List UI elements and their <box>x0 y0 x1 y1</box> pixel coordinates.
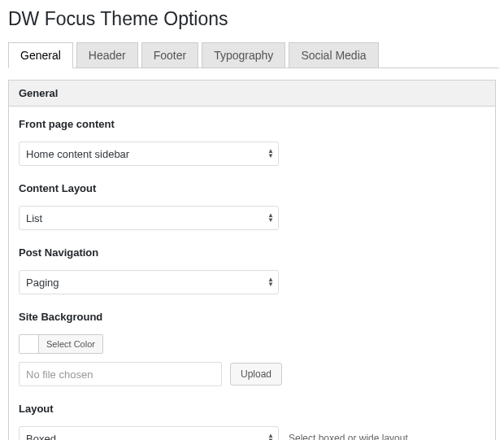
upload-button[interactable]: Upload <box>230 363 282 386</box>
tabs-nav: General Header Footer Typography Social … <box>8 41 499 68</box>
tab-general[interactable]: General <box>8 42 73 68</box>
tab-typography[interactable]: Typography <box>202 42 285 68</box>
background-file-input[interactable] <box>19 362 222 386</box>
field-label: Post Navigation <box>19 246 485 259</box>
field-site-background: Site Background Select Color Upload <box>19 311 485 386</box>
field-label: Site Background <box>19 311 485 323</box>
page-title: DW Focus Theme Options <box>8 8 499 30</box>
field-front-page-content: Front page content Home content sidebar … <box>19 118 485 166</box>
color-swatch-icon <box>20 335 39 353</box>
field-label: Layout <box>19 403 485 415</box>
layout-select[interactable]: Boxed <box>19 426 279 440</box>
field-label: Content Layout <box>19 182 485 194</box>
tab-header[interactable]: Header <box>76 42 138 68</box>
tab-footer[interactable]: Footer <box>141 42 198 68</box>
field-layout: Layout Boxed ▲▼ Select boxed or wide lay… <box>19 403 485 440</box>
front-page-content-select[interactable]: Home content sidebar <box>19 142 279 166</box>
select-color-button[interactable]: Select Color <box>19 334 103 354</box>
tab-social-media[interactable]: Social Media <box>289 42 378 68</box>
panel-title: General <box>9 81 495 107</box>
panel-general: General Front page content Home content … <box>8 80 496 440</box>
panel-body: Front page content Home content sidebar … <box>9 107 495 440</box>
post-navigation-select[interactable]: Paging <box>19 270 279 294</box>
content-layout-select[interactable]: List <box>19 206 279 230</box>
field-post-navigation: Post Navigation Paging ▲▼ <box>19 246 485 294</box>
field-label: Front page content <box>19 118 485 130</box>
select-color-label: Select Color <box>39 335 102 353</box>
layout-description: Select boxed or wide layout. <box>289 433 411 440</box>
field-content-layout: Content Layout List ▲▼ <box>19 182 485 230</box>
